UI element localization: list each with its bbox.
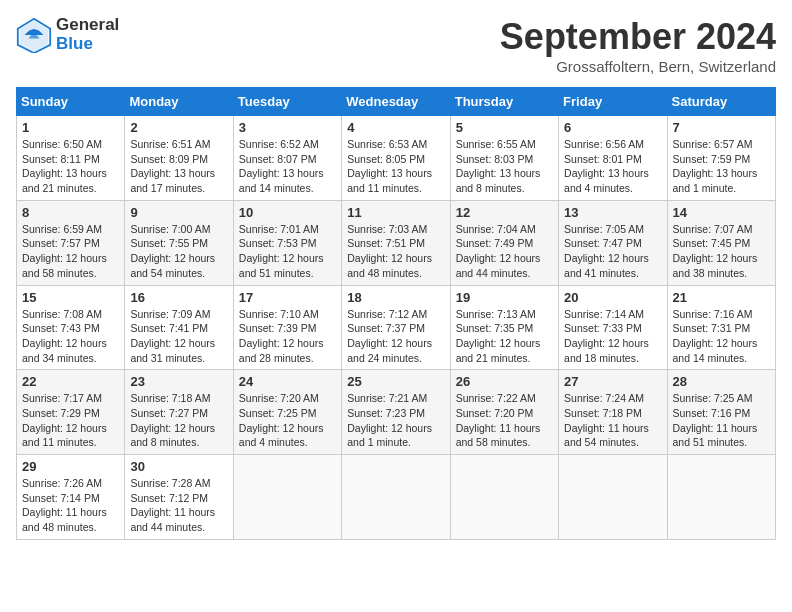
day-number: 16 [130, 290, 227, 305]
day-info: Sunrise: 7:12 AM Sunset: 7:37 PM Dayligh… [347, 307, 444, 366]
calendar-cell: 8Sunrise: 6:59 AM Sunset: 7:57 PM Daylig… [17, 200, 125, 285]
calendar-cell: 17Sunrise: 7:10 AM Sunset: 7:39 PM Dayli… [233, 285, 341, 370]
day-number: 11 [347, 205, 444, 220]
day-info: Sunrise: 7:26 AM Sunset: 7:14 PM Dayligh… [22, 476, 119, 535]
calendar-cell: 1Sunrise: 6:50 AM Sunset: 8:11 PM Daylig… [17, 116, 125, 201]
calendar-cell: 3Sunrise: 6:52 AM Sunset: 8:07 PM Daylig… [233, 116, 341, 201]
header-monday: Monday [125, 88, 233, 116]
day-number: 23 [130, 374, 227, 389]
header-sunday: Sunday [17, 88, 125, 116]
logo-text: General Blue [56, 16, 119, 53]
calendar-cell: 24Sunrise: 7:20 AM Sunset: 7:25 PM Dayli… [233, 370, 341, 455]
day-info: Sunrise: 7:25 AM Sunset: 7:16 PM Dayligh… [673, 391, 770, 450]
calendar-table: SundayMondayTuesdayWednesdayThursdayFrid… [16, 87, 776, 540]
calendar-cell: 25Sunrise: 7:21 AM Sunset: 7:23 PM Dayli… [342, 370, 450, 455]
day-number: 13 [564, 205, 661, 220]
day-number: 22 [22, 374, 119, 389]
day-number: 1 [22, 120, 119, 135]
calendar-cell: 22Sunrise: 7:17 AM Sunset: 7:29 PM Dayli… [17, 370, 125, 455]
day-number: 12 [456, 205, 553, 220]
calendar-cell: 21Sunrise: 7:16 AM Sunset: 7:31 PM Dayli… [667, 285, 775, 370]
calendar-cell: 10Sunrise: 7:01 AM Sunset: 7:53 PM Dayli… [233, 200, 341, 285]
calendar-cell: 12Sunrise: 7:04 AM Sunset: 7:49 PM Dayli… [450, 200, 558, 285]
day-info: Sunrise: 7:10 AM Sunset: 7:39 PM Dayligh… [239, 307, 336, 366]
day-info: Sunrise: 7:21 AM Sunset: 7:23 PM Dayligh… [347, 391, 444, 450]
calendar-cell [450, 455, 558, 540]
day-number: 24 [239, 374, 336, 389]
day-info: Sunrise: 6:51 AM Sunset: 8:09 PM Dayligh… [130, 137, 227, 196]
logo-icon [16, 17, 52, 53]
calendar-cell: 6Sunrise: 6:56 AM Sunset: 8:01 PM Daylig… [559, 116, 667, 201]
day-number: 19 [456, 290, 553, 305]
day-number: 5 [456, 120, 553, 135]
calendar-cell: 18Sunrise: 7:12 AM Sunset: 7:37 PM Dayli… [342, 285, 450, 370]
calendar-cell: 5Sunrise: 6:55 AM Sunset: 8:03 PM Daylig… [450, 116, 558, 201]
week-row-3: 15Sunrise: 7:08 AM Sunset: 7:43 PM Dayli… [17, 285, 776, 370]
calendar-cell: 26Sunrise: 7:22 AM Sunset: 7:20 PM Dayli… [450, 370, 558, 455]
calendar-cell: 4Sunrise: 6:53 AM Sunset: 8:05 PM Daylig… [342, 116, 450, 201]
calendar-header-row: SundayMondayTuesdayWednesdayThursdayFrid… [17, 88, 776, 116]
day-number: 8 [22, 205, 119, 220]
day-info: Sunrise: 6:50 AM Sunset: 8:11 PM Dayligh… [22, 137, 119, 196]
day-info: Sunrise: 6:52 AM Sunset: 8:07 PM Dayligh… [239, 137, 336, 196]
calendar-cell [559, 455, 667, 540]
header-wednesday: Wednesday [342, 88, 450, 116]
calendar-cell: 30Sunrise: 7:28 AM Sunset: 7:12 PM Dayli… [125, 455, 233, 540]
day-info: Sunrise: 7:18 AM Sunset: 7:27 PM Dayligh… [130, 391, 227, 450]
day-number: 27 [564, 374, 661, 389]
day-number: 26 [456, 374, 553, 389]
header-tuesday: Tuesday [233, 88, 341, 116]
calendar-cell: 14Sunrise: 7:07 AM Sunset: 7:45 PM Dayli… [667, 200, 775, 285]
page-header: General Blue September 2024 Grossaffolte… [16, 16, 776, 75]
calendar-cell: 23Sunrise: 7:18 AM Sunset: 7:27 PM Dayli… [125, 370, 233, 455]
day-info: Sunrise: 7:08 AM Sunset: 7:43 PM Dayligh… [22, 307, 119, 366]
calendar-cell: 9Sunrise: 7:00 AM Sunset: 7:55 PM Daylig… [125, 200, 233, 285]
calendar-cell [233, 455, 341, 540]
calendar-cell: 29Sunrise: 7:26 AM Sunset: 7:14 PM Dayli… [17, 455, 125, 540]
day-info: Sunrise: 7:16 AM Sunset: 7:31 PM Dayligh… [673, 307, 770, 366]
day-number: 25 [347, 374, 444, 389]
day-info: Sunrise: 7:09 AM Sunset: 7:41 PM Dayligh… [130, 307, 227, 366]
day-info: Sunrise: 7:05 AM Sunset: 7:47 PM Dayligh… [564, 222, 661, 281]
day-number: 18 [347, 290, 444, 305]
calendar-cell: 20Sunrise: 7:14 AM Sunset: 7:33 PM Dayli… [559, 285, 667, 370]
day-info: Sunrise: 7:24 AM Sunset: 7:18 PM Dayligh… [564, 391, 661, 450]
month-title: September 2024 [500, 16, 776, 58]
week-row-1: 1Sunrise: 6:50 AM Sunset: 8:11 PM Daylig… [17, 116, 776, 201]
day-info: Sunrise: 7:03 AM Sunset: 7:51 PM Dayligh… [347, 222, 444, 281]
calendar-cell: 2Sunrise: 6:51 AM Sunset: 8:09 PM Daylig… [125, 116, 233, 201]
day-number: 6 [564, 120, 661, 135]
calendar-cell: 19Sunrise: 7:13 AM Sunset: 7:35 PM Dayli… [450, 285, 558, 370]
day-number: 7 [673, 120, 770, 135]
day-number: 2 [130, 120, 227, 135]
day-info: Sunrise: 7:22 AM Sunset: 7:20 PM Dayligh… [456, 391, 553, 450]
day-number: 29 [22, 459, 119, 474]
calendar-cell: 15Sunrise: 7:08 AM Sunset: 7:43 PM Dayli… [17, 285, 125, 370]
location: Grossaffoltern, Bern, Switzerland [500, 58, 776, 75]
day-number: 17 [239, 290, 336, 305]
week-row-5: 29Sunrise: 7:26 AM Sunset: 7:14 PM Dayli… [17, 455, 776, 540]
day-info: Sunrise: 6:55 AM Sunset: 8:03 PM Dayligh… [456, 137, 553, 196]
day-info: Sunrise: 7:17 AM Sunset: 7:29 PM Dayligh… [22, 391, 119, 450]
day-number: 3 [239, 120, 336, 135]
calendar-cell [667, 455, 775, 540]
day-number: 14 [673, 205, 770, 220]
calendar-cell: 7Sunrise: 6:57 AM Sunset: 7:59 PM Daylig… [667, 116, 775, 201]
title-block: September 2024 Grossaffoltern, Bern, Swi… [500, 16, 776, 75]
day-number: 30 [130, 459, 227, 474]
day-info: Sunrise: 7:13 AM Sunset: 7:35 PM Dayligh… [456, 307, 553, 366]
day-number: 10 [239, 205, 336, 220]
header-thursday: Thursday [450, 88, 558, 116]
calendar-cell: 13Sunrise: 7:05 AM Sunset: 7:47 PM Dayli… [559, 200, 667, 285]
week-row-2: 8Sunrise: 6:59 AM Sunset: 7:57 PM Daylig… [17, 200, 776, 285]
day-info: Sunrise: 7:01 AM Sunset: 7:53 PM Dayligh… [239, 222, 336, 281]
day-info: Sunrise: 7:14 AM Sunset: 7:33 PM Dayligh… [564, 307, 661, 366]
day-info: Sunrise: 7:07 AM Sunset: 7:45 PM Dayligh… [673, 222, 770, 281]
calendar-cell: 27Sunrise: 7:24 AM Sunset: 7:18 PM Dayli… [559, 370, 667, 455]
calendar-cell [342, 455, 450, 540]
logo: General Blue [16, 16, 119, 53]
day-info: Sunrise: 6:53 AM Sunset: 8:05 PM Dayligh… [347, 137, 444, 196]
header-friday: Friday [559, 88, 667, 116]
day-info: Sunrise: 6:56 AM Sunset: 8:01 PM Dayligh… [564, 137, 661, 196]
calendar-cell: 16Sunrise: 7:09 AM Sunset: 7:41 PM Dayli… [125, 285, 233, 370]
